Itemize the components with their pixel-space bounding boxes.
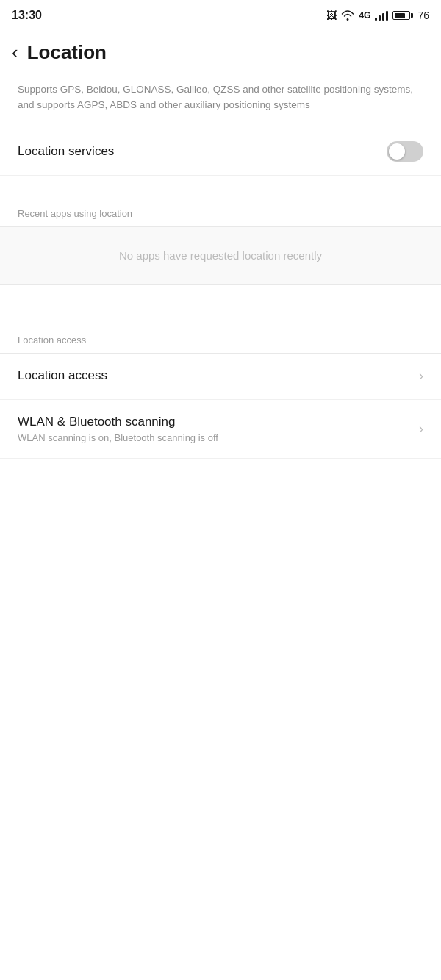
status-time: 13:30 — [12, 9, 42, 22]
network-type-icon: 4G — [359, 10, 370, 21]
location-access-chevron-icon: › — [419, 368, 423, 384]
recent-apps-empty: No apps have requested location recently — [0, 227, 441, 284]
location-access-section-label: Location access — [0, 317, 441, 353]
location-services-label: Location services — [18, 144, 114, 159]
recent-apps-section: Recent apps using location No apps have … — [0, 190, 441, 285]
location-services-toggle[interactable] — [387, 141, 423, 162]
header: ‹ Location — [0, 29, 441, 75]
location-access-row[interactable]: Location access › — [0, 354, 441, 400]
location-services-card: Location services — [0, 128, 441, 176]
status-bar: 13:30 🖼 4G 76 — [0, 0, 441, 29]
location-services-row: Location services — [0, 128, 441, 176]
screen-icon: 🖼 — [326, 10, 337, 21]
wlan-bluetooth-title: WLAN & Bluetooth scanning — [18, 415, 413, 429]
wifi-icon — [341, 10, 354, 21]
location-access-title: Location access — [18, 368, 413, 383]
wlan-bluetooth-row[interactable]: WLAN & Bluetooth scanning WLAN scanning … — [0, 400, 441, 459]
signal-bars-icon — [375, 10, 388, 21]
battery-icon — [392, 11, 413, 20]
page-description: Supports GPS, Beidou, GLONASS, Galileo, … — [0, 75, 441, 128]
wlan-bluetooth-subtitle: WLAN scanning is on, Bluetooth scanning … — [18, 432, 413, 443]
location-access-section: Location access Location access › WLAN &… — [0, 317, 441, 459]
back-button[interactable]: ‹ — [9, 40, 21, 65]
toggle-thumb — [389, 143, 405, 160]
recent-apps-section-label: Recent apps using location — [0, 190, 441, 226]
battery-level: 76 — [417, 10, 429, 21]
status-icons: 🖼 4G 76 — [326, 10, 429, 21]
wlan-bluetooth-chevron-icon: › — [419, 421, 423, 437]
page-title: Location — [27, 41, 107, 64]
